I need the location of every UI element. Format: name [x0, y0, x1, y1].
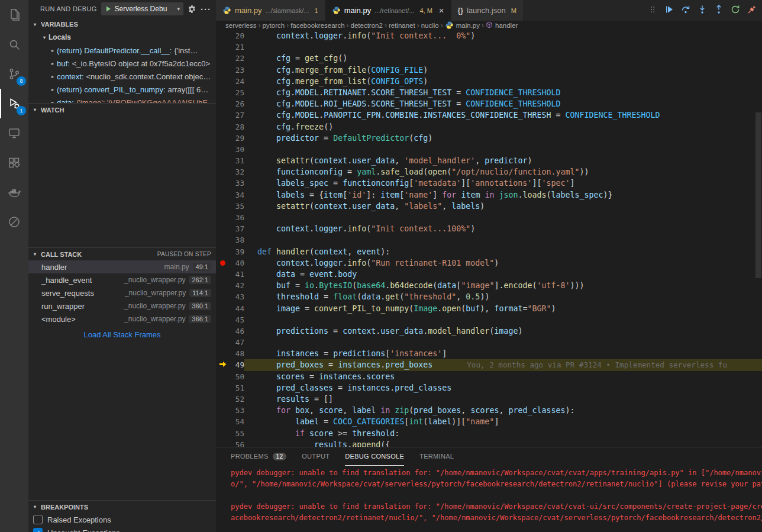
variable-item[interactable]: ▸context:<nuclio_sdk.context.Context obj…: [28, 70, 216, 83]
editor-tab[interactable]: {}launch.jsonM: [451, 0, 524, 21]
activity-item-run-and-debug[interactable]: 1: [0, 89, 28, 118]
code-line[interactable]: 30: [216, 144, 762, 155]
code-line[interactable]: 29 predictor = DefaultPredictor(cfg): [216, 133, 762, 144]
breakpoint-icon[interactable]: [220, 260, 225, 266]
code-line[interactable]: 20 context.logger.info("Init context... …: [216, 30, 762, 41]
drag-grip-icon[interactable]: [647, 3, 658, 16]
code-line[interactable]: 42 buf = io.BytesIO(base64.b64decode(dat…: [216, 280, 762, 291]
breadcrumb-item[interactable]: serverless: [225, 22, 256, 29]
code-line[interactable]: 50 scores = instances.scores: [216, 371, 762, 382]
call-stack-section-header[interactable]: ▾ CALL STACK PAUSED ON STEP: [28, 247, 216, 260]
breakpoints-section-header[interactable]: ▾ BREAKPOINTS: [28, 500, 216, 513]
code-line[interactable]: 23 cfg.merge_from_file(CONFIG_FILE): [216, 65, 762, 76]
stack-frame[interactable]: run_wrapper_nuclio_wrapper.py360:1: [28, 299, 216, 312]
breakpoint-item[interactable]: Raised Exceptions: [28, 513, 216, 526]
gear-icon[interactable]: [188, 5, 196, 14]
watch-section-header[interactable]: ▾ WATCH: [28, 103, 216, 116]
code-line[interactable]: 51 pred_classes = instances.pred_classes: [216, 382, 762, 394]
code-line[interactable]: 31 setattr(context.user_data, 'model_han…: [216, 155, 762, 166]
chevron-right-icon[interactable]: ▸: [49, 48, 57, 53]
code-line[interactable]: 45: [216, 314, 762, 325]
variables-section-header[interactable]: ▾ VARIABLES: [28, 18, 216, 31]
chevron-right-icon[interactable]: ▸: [49, 87, 57, 92]
code-line[interactable]: 24 cfg.merge_from_list(CONFIG_OPTS): [216, 76, 762, 87]
code-line[interactable]: 35 setattr(context.user_data, "labels", …: [216, 201, 762, 212]
activity-item-search[interactable]: [0, 30, 28, 59]
code-line[interactable]: 52 results = []: [216, 394, 762, 405]
code-line[interactable]: 41 data = event.body: [216, 269, 762, 280]
breadcrumb-item[interactable]: pytorch: [262, 22, 285, 29]
code-line[interactable]: 47: [216, 337, 762, 348]
variable-item[interactable]: ▸(return) convert_PIL_to_numpy:array([[[…: [28, 83, 216, 96]
code-line[interactable]: 36: [216, 212, 762, 223]
code-line[interactable]: 28 cfg.freeze(): [216, 121, 762, 133]
code-line[interactable]: 38: [216, 234, 762, 246]
code-line[interactable]: 43 threshold = float(data.get("threshold…: [216, 291, 762, 302]
panel-tab-problems[interactable]: PROBLEMS12: [231, 447, 286, 466]
activity-item-debug-alt[interactable]: [0, 207, 28, 237]
code-line[interactable]: 26 cfg.MODEL.ROI_HEADS.SCORE_THRESH_TEST…: [216, 98, 762, 109]
code-line[interactable]: 55 if score >= threshold:: [216, 428, 762, 439]
editor-scrollbar[interactable]: [755, 112, 761, 278]
step-into-icon[interactable]: [697, 3, 708, 16]
code-line[interactable]: 37 context.logger.info("Init context...1…: [216, 223, 762, 234]
breadcrumb-item[interactable]: handler: [486, 21, 518, 30]
code-line[interactable]: 56 results.append({: [216, 439, 762, 447]
code-line[interactable]: 32 functionconfig = yaml.safe_load(open(…: [216, 166, 762, 178]
start-debugging-icon[interactable]: [105, 5, 112, 12]
chevron-right-icon[interactable]: ▸: [49, 61, 57, 66]
chevron-right-icon[interactable]: ▸: [49, 74, 57, 79]
disconnect-icon[interactable]: [747, 3, 757, 16]
code-line[interactable]: 33 labels_spec = functionconfig['metadat…: [216, 178, 762, 189]
code-line[interactable]: 40 context.logger.info("Run retinanet-R1…: [216, 257, 762, 269]
code-line[interactable]: 49 pred_boxes = instances.pred_boxesYou,…: [216, 359, 762, 370]
stack-frame[interactable]: <module>_nuclio_wrapper.py366:1: [28, 312, 216, 325]
code-line[interactable]: 34 labels = {item['id']: item['name'] fo…: [216, 189, 762, 201]
scope-locals[interactable]: ▾ Locals: [28, 31, 216, 44]
more-actions-icon[interactable]: ···: [201, 4, 211, 14]
activity-item-docker[interactable]: [0, 178, 28, 207]
step-out-icon[interactable]: [713, 3, 724, 16]
stack-frame[interactable]: _handle_event_nuclio_wrapper.py262:1: [28, 273, 216, 286]
breakpoint-item[interactable]: ✓Uncaught Exceptions: [28, 526, 216, 532]
activity-item-remote-explorer[interactable]: [0, 118, 28, 148]
checkbox[interactable]: [33, 515, 43, 524]
code-line[interactable]: 25 cfg.MODEL.RETINANET.SCORE_THRESH_TEST…: [216, 87, 762, 98]
continue-icon[interactable]: [664, 3, 674, 16]
variable-item[interactable]: ▸buf:<_io.BytesIO object at 0x7f5a2dc1ec…: [28, 57, 216, 70]
breadcrumb-item[interactable]: detectron2: [351, 22, 383, 29]
restart-icon[interactable]: [730, 3, 741, 16]
breadcrumb-item[interactable]: main.py: [445, 21, 480, 30]
code-line[interactable]: 22 cfg = get_cfg(): [216, 53, 762, 64]
code-line[interactable]: 53 for box, score, label in zip(pred_box…: [216, 405, 762, 416]
step-over-icon[interactable]: [680, 3, 691, 16]
panel-tab-output[interactable]: OUTPUT: [302, 447, 330, 466]
launch-config-dropdown[interactable]: Serverless Debu ▾: [101, 2, 183, 15]
editor-tab[interactable]: main.py.../siammask/...1: [216, 0, 325, 21]
variable-item[interactable]: ▸(return) DefaultPredictor.__call__:{'in…: [28, 44, 216, 57]
code-line[interactable]: 21: [216, 41, 762, 53]
close-icon[interactable]: ×: [439, 5, 444, 15]
editor-tab[interactable]: main.py.../retinanet/...4, M×: [325, 0, 451, 21]
code-line[interactable]: 27 cfg.MODEL.PANOPTIC_FPN.COMBINE.INSTAN…: [216, 109, 762, 121]
code-line[interactable]: 44 image = convert_PIL_to_numpy(Image.op…: [216, 303, 762, 314]
activity-item-explorer[interactable]: [0, 0, 28, 30]
gutter[interactable]: [216, 260, 229, 266]
stack-frame[interactable]: serve_requests_nuclio_wrapper.py114:1: [28, 286, 216, 299]
variable-item[interactable]: ▸data:{'image': 'iVBORw0KGgoAAAANSUhE…: [28, 96, 216, 103]
load-all-stack-frames-link[interactable]: Load All Stack Frames: [28, 330, 216, 339]
breadcrumb-item[interactable]: nuclio: [421, 22, 439, 29]
panel-tab-terminal[interactable]: TERMINAL: [419, 447, 454, 466]
stack-frame[interactable]: handlermain.py49:1: [28, 260, 216, 273]
code-line[interactable]: 39def handler(context, event):: [216, 246, 762, 257]
activity-item-source-control[interactable]: 8: [0, 59, 28, 89]
gutter[interactable]: [216, 359, 229, 370]
breadcrumb-item[interactable]: facebookresearch: [290, 22, 344, 29]
panel-tab-debug-console[interactable]: DEBUG CONSOLE: [345, 447, 404, 466]
code-line[interactable]: 46 predictions = context.user_data.model…: [216, 325, 762, 337]
checkbox[interactable]: ✓: [33, 528, 43, 532]
code-line[interactable]: 54 label = COCO_CATEGORIES[int(label)]["…: [216, 416, 762, 427]
breadcrumb-item[interactable]: retinanet: [389, 22, 415, 29]
activity-item-extensions[interactable]: [0, 148, 28, 178]
code-line[interactable]: 48 instances = predictions['instances']: [216, 348, 762, 359]
